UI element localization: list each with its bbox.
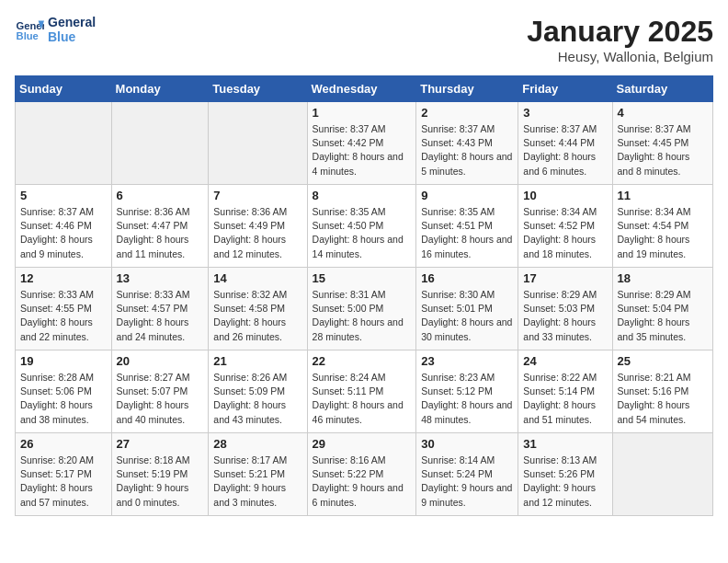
calendar-cell: 8Sunrise: 8:35 AMSunset: 4:50 PMDaylight…: [307, 185, 416, 268]
day-info: Sunrise: 8:26 AMSunset: 5:09 PMDaylight:…: [213, 371, 301, 427]
calendar-cell: 18Sunrise: 8:29 AMSunset: 5:04 PMDayligh…: [612, 268, 712, 350]
day-info: Sunrise: 8:31 AMSunset: 5:00 PMDaylight:…: [313, 288, 412, 344]
location-title: Heusy, Wallonia, Belgium: [527, 49, 713, 64]
month-title: January 2025: [527, 15, 713, 49]
day-info: Sunrise: 8:23 AMSunset: 5:12 PMDaylight:…: [421, 371, 513, 427]
day-number: 22: [313, 354, 412, 368]
day-info: Sunrise: 8:32 AMSunset: 4:58 PMDaylight:…: [213, 288, 301, 344]
title-area: January 2025 Heusy, Wallonia, Belgium: [527, 15, 713, 64]
day-info: Sunrise: 8:13 AMSunset: 5:26 PMDaylight:…: [523, 454, 607, 510]
day-info: Sunrise: 8:33 AMSunset: 4:55 PMDaylight:…: [20, 288, 107, 344]
calendar-cell: 7Sunrise: 8:36 AMSunset: 4:49 PMDaylight…: [209, 185, 307, 268]
calendar-cell: 12Sunrise: 8:33 AMSunset: 4:55 PMDayligh…: [16, 268, 112, 350]
calendar-table: SundayMondayTuesdayWednesdayThursdayFrid…: [15, 75, 713, 516]
day-number: 18: [618, 271, 708, 285]
calendar-week-row: 1Sunrise: 8:37 AMSunset: 4:42 PMDaylight…: [16, 102, 713, 185]
svg-text:Blue: Blue: [17, 30, 39, 41]
day-info: Sunrise: 8:33 AMSunset: 4:57 PMDaylight:…: [117, 288, 204, 344]
day-number: 19: [20, 354, 107, 368]
calendar-cell: 23Sunrise: 8:23 AMSunset: 5:12 PMDayligh…: [416, 350, 518, 433]
day-number: 1: [313, 106, 412, 120]
calendar-cell: 25Sunrise: 8:21 AMSunset: 5:16 PMDayligh…: [612, 350, 712, 433]
day-number: 15: [313, 271, 412, 285]
day-number: 27: [117, 437, 204, 451]
weekday-header-monday: Monday: [111, 76, 209, 102]
day-number: 9: [421, 189, 513, 202]
calendar-cell: 6Sunrise: 8:36 AMSunset: 4:47 PMDaylight…: [111, 185, 209, 268]
day-number: 6: [117, 189, 204, 202]
calendar-cell: 2Sunrise: 8:37 AMSunset: 4:43 PMDaylight…: [416, 102, 518, 185]
weekday-header-sunday: Sunday: [16, 76, 112, 102]
calendar-cell: 30Sunrise: 8:14 AMSunset: 5:24 PMDayligh…: [416, 433, 518, 516]
day-info: Sunrise: 8:27 AMSunset: 5:07 PMDaylight:…: [117, 371, 204, 427]
calendar-cell: 4Sunrise: 8:37 AMSunset: 4:45 PMDaylight…: [612, 102, 712, 185]
day-number: 10: [523, 189, 607, 202]
day-info: Sunrise: 8:36 AMSunset: 4:47 PMDaylight:…: [117, 205, 204, 261]
calendar-week-row: 19Sunrise: 8:28 AMSunset: 5:06 PMDayligh…: [16, 350, 713, 433]
calendar-cell: 3Sunrise: 8:37 AMSunset: 4:44 PMDaylight…: [518, 102, 612, 185]
weekday-header-tuesday: Tuesday: [209, 76, 307, 102]
day-number: 17: [523, 271, 607, 285]
logo: General Blue General Blue: [15, 15, 96, 44]
calendar-week-row: 5Sunrise: 8:37 AMSunset: 4:46 PMDaylight…: [16, 185, 713, 268]
calendar-cell: 17Sunrise: 8:29 AMSunset: 5:03 PMDayligh…: [518, 268, 612, 350]
calendar-cell: 26Sunrise: 8:20 AMSunset: 5:17 PMDayligh…: [16, 433, 112, 516]
day-number: 3: [523, 106, 607, 120]
day-info: Sunrise: 8:37 AMSunset: 4:46 PMDaylight:…: [20, 205, 107, 261]
day-number: 29: [313, 437, 412, 451]
calendar-cell: 10Sunrise: 8:34 AMSunset: 4:52 PMDayligh…: [518, 185, 612, 268]
logo-icon: General Blue: [15, 15, 44, 44]
calendar-cell: [111, 102, 209, 185]
page-header: General Blue General Blue January 2025 H…: [15, 15, 713, 64]
calendar-cell: 14Sunrise: 8:32 AMSunset: 4:58 PMDayligh…: [209, 268, 307, 350]
day-number: 5: [20, 189, 107, 202]
calendar-cell: 11Sunrise: 8:34 AMSunset: 4:54 PMDayligh…: [612, 185, 712, 268]
logo-blue: Blue: [48, 29, 96, 44]
day-info: Sunrise: 8:36 AMSunset: 4:49 PMDaylight:…: [213, 205, 301, 261]
calendar-cell: [16, 102, 112, 185]
day-info: Sunrise: 8:34 AMSunset: 4:52 PMDaylight:…: [523, 205, 607, 261]
day-number: 20: [117, 354, 204, 368]
day-number: 21: [213, 354, 301, 368]
calendar-cell: 20Sunrise: 8:27 AMSunset: 5:07 PMDayligh…: [111, 350, 209, 433]
calendar-cell: 21Sunrise: 8:26 AMSunset: 5:09 PMDayligh…: [209, 350, 307, 433]
calendar-cell: 29Sunrise: 8:16 AMSunset: 5:22 PMDayligh…: [307, 433, 416, 516]
calendar-cell: [209, 102, 307, 185]
weekday-header-saturday: Saturday: [612, 76, 712, 102]
day-number: 16: [421, 271, 513, 285]
day-info: Sunrise: 8:34 AMSunset: 4:54 PMDaylight:…: [618, 205, 708, 261]
day-number: 12: [20, 271, 107, 285]
day-info: Sunrise: 8:14 AMSunset: 5:24 PMDaylight:…: [421, 454, 513, 510]
calendar-cell: 24Sunrise: 8:22 AMSunset: 5:14 PMDayligh…: [518, 350, 612, 433]
day-info: Sunrise: 8:18 AMSunset: 5:19 PMDaylight:…: [117, 454, 204, 510]
day-info: Sunrise: 8:16 AMSunset: 5:22 PMDaylight:…: [313, 454, 412, 510]
weekday-header-wednesday: Wednesday: [307, 76, 416, 102]
calendar-cell: 31Sunrise: 8:13 AMSunset: 5:26 PMDayligh…: [518, 433, 612, 516]
calendar-cell: 22Sunrise: 8:24 AMSunset: 5:11 PMDayligh…: [307, 350, 416, 433]
day-info: Sunrise: 8:20 AMSunset: 5:17 PMDaylight:…: [20, 454, 107, 510]
calendar-cell: 15Sunrise: 8:31 AMSunset: 5:00 PMDayligh…: [307, 268, 416, 350]
day-number: 14: [213, 271, 301, 285]
day-number: 7: [213, 189, 301, 202]
day-number: 25: [618, 354, 708, 368]
day-info: Sunrise: 8:29 AMSunset: 5:04 PMDaylight:…: [618, 288, 708, 344]
day-number: 23: [421, 354, 513, 368]
day-number: 31: [523, 437, 607, 451]
calendar-cell: 5Sunrise: 8:37 AMSunset: 4:46 PMDaylight…: [16, 185, 112, 268]
calendar-week-row: 12Sunrise: 8:33 AMSunset: 4:55 PMDayligh…: [16, 268, 713, 350]
weekday-header-thursday: Thursday: [416, 76, 518, 102]
logo-general: General: [48, 15, 96, 29]
day-number: 28: [213, 437, 301, 451]
day-number: 4: [618, 106, 708, 120]
day-info: Sunrise: 8:37 AMSunset: 4:44 PMDaylight:…: [523, 122, 607, 178]
calendar-cell: 1Sunrise: 8:37 AMSunset: 4:42 PMDaylight…: [307, 102, 416, 185]
calendar-cell: 9Sunrise: 8:35 AMSunset: 4:51 PMDaylight…: [416, 185, 518, 268]
calendar-cell: 16Sunrise: 8:30 AMSunset: 5:01 PMDayligh…: [416, 268, 518, 350]
day-number: 13: [117, 271, 204, 285]
day-number: 24: [523, 354, 607, 368]
day-info: Sunrise: 8:35 AMSunset: 4:51 PMDaylight:…: [421, 205, 513, 261]
weekday-header-friday: Friday: [518, 76, 612, 102]
day-info: Sunrise: 8:24 AMSunset: 5:11 PMDaylight:…: [313, 371, 412, 427]
calendar-cell: 13Sunrise: 8:33 AMSunset: 4:57 PMDayligh…: [111, 268, 209, 350]
day-info: Sunrise: 8:35 AMSunset: 4:50 PMDaylight:…: [313, 205, 412, 261]
